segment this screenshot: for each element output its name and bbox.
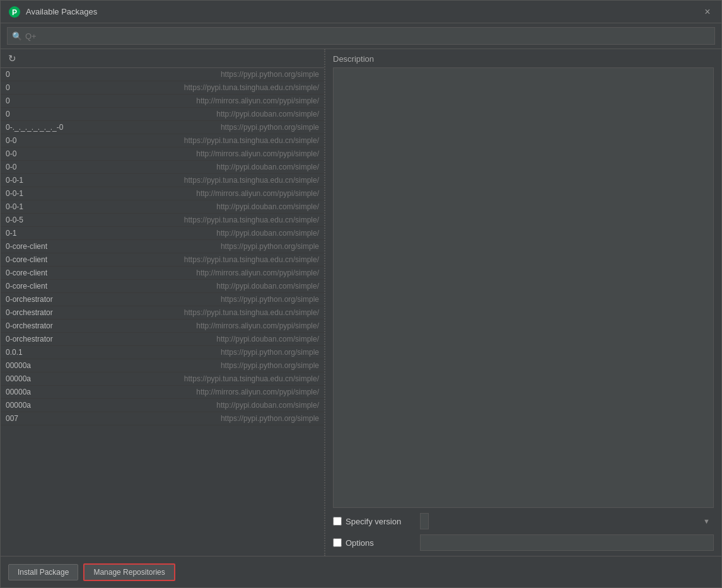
package-name: 0 [6, 96, 10, 105]
package-name: 0-1 [6, 229, 16, 238]
package-name: 00000a [6, 361, 31, 370]
package-url: https://pypi.tuna.tsinghua.edu.cn/simple… [184, 176, 319, 185]
table-row[interactable]: 0-core-client https://pypi.python.org/si… [1, 240, 324, 253]
right-panel: Description Specify version ▼ Options [325, 49, 721, 556]
table-row[interactable]: 0 https://pypi.python.org/simple [1, 68, 324, 81]
table-row[interactable]: 0-0-1 http://pypi.douban.com/simple/ [1, 200, 324, 214]
title-bar-left: P Available Packages [8, 6, 97, 18]
package-url: http://pypi.douban.com/simple/ [216, 282, 319, 291]
options-wrap: Options [333, 538, 415, 548]
table-row[interactable]: 0 http://pypi.douban.com/simple/ [1, 108, 324, 121]
package-name: 0-orchestrator [6, 321, 53, 330]
package-name: 0-0-1 [6, 176, 23, 185]
package-url: http://mirrors.aliyun.com/pypi/simple/ [196, 149, 319, 158]
description-content [333, 67, 714, 508]
package-name: 0-0-5 [6, 216, 23, 224]
refresh-button[interactable]: ↻ [6, 52, 19, 66]
package-url: https://pypi.python.org/simple [221, 414, 319, 423]
package-list[interactable]: 0 https://pypi.python.org/simple 0 https… [1, 68, 324, 556]
package-name: 0 [6, 83, 10, 92]
title-bar: P Available Packages × [1, 1, 721, 23]
package-url: https://pypi.tuna.tsinghua.edu.cn/simple… [184, 255, 319, 264]
options-input[interactable] [420, 534, 714, 551]
table-row[interactable]: 0.0.1 https://pypi.python.org/simple [1, 346, 324, 359]
package-url: https://pypi.python.org/simple [221, 348, 319, 357]
package-url: https://pypi.tuna.tsinghua.edu.cn/simple… [184, 374, 319, 383]
package-name: 0.0.1 [6, 348, 23, 357]
available-packages-dialog: P Available Packages × 🔍 ↻ 0 https://pyp… [0, 0, 722, 588]
package-name: 00000a [6, 401, 31, 410]
manage-repositories-button[interactable]: Manage Repositories [83, 563, 175, 581]
table-row[interactable]: 0-0 http://pypi.douban.com/simple/ [1, 161, 324, 174]
specify-version-checkbox[interactable] [333, 517, 342, 526]
version-dropdown[interactable] [420, 513, 429, 529]
toolbar: ↻ [1, 49, 324, 68]
package-url: http://pypi.douban.com/simple/ [216, 202, 319, 211]
package-url: https://pypi.python.org/simple [221, 70, 319, 79]
table-row[interactable]: 0-core-client http://mirrors.aliyun.com/… [1, 267, 324, 280]
table-row[interactable]: 0-0 http://mirrors.aliyun.com/pypi/simpl… [1, 147, 324, 161]
package-name: 0-0-1 [6, 202, 23, 211]
app-icon: P [8, 6, 21, 18]
package-url: https://pypi.python.org/simple [221, 123, 319, 132]
package-name: 0-core-client [6, 282, 47, 291]
package-url: https://pypi.python.org/simple [221, 361, 319, 370]
table-row[interactable]: 00000a http://pypi.douban.com/simple/ [1, 399, 324, 412]
main-content: ↻ 0 https://pypi.python.org/simple 0 htt… [1, 49, 721, 556]
table-row[interactable]: 007 https://pypi.python.org/simple [1, 412, 324, 425]
table-row[interactable]: 0-orchestrator http://mirrors.aliyun.com… [1, 320, 324, 333]
table-row[interactable]: 0-0-1 https://pypi.tuna.tsinghua.edu.cn/… [1, 174, 324, 187]
table-row[interactable]: 0 http://mirrors.aliyun.com/pypi/simple/ [1, 95, 324, 108]
svg-text:P: P [12, 8, 17, 17]
table-row[interactable]: 0-1 http://pypi.douban.com/simple/ [1, 227, 324, 240]
table-row[interactable]: 00000a http://mirrors.aliyun.com/pypi/si… [1, 386, 324, 399]
package-url: http://pypi.douban.com/simple/ [216, 163, 319, 171]
package-url: https://pypi.tuna.tsinghua.edu.cn/simple… [184, 83, 319, 92]
package-url: http://pypi.douban.com/simple/ [216, 229, 319, 238]
table-row[interactable]: 0-0-1 http://mirrors.aliyun.com/pypi/sim… [1, 187, 324, 200]
description-label: Description [333, 54, 714, 64]
search-input[interactable] [7, 27, 715, 45]
package-name: 0-0 [6, 149, 16, 158]
options-label: Options [346, 538, 374, 548]
package-name: 0-orchestrator [6, 308, 53, 317]
options-row: Options [333, 534, 714, 551]
table-row[interactable]: 0-orchestrator https://pypi.tuna.tsinghu… [1, 306, 324, 320]
package-name: 0-._._._._._._._-0 [6, 123, 63, 132]
package-url: https://pypi.tuna.tsinghua.edu.cn/simple… [184, 216, 319, 224]
table-row[interactable]: 0-core-client https://pypi.tuna.tsinghua… [1, 253, 324, 267]
package-name: 0 [6, 110, 10, 118]
table-row[interactable]: 0-orchestrator http://pypi.douban.com/si… [1, 333, 324, 346]
package-name: 007 [6, 414, 18, 423]
dropdown-arrow-icon: ▼ [703, 517, 710, 525]
footer: Install Package Manage Repositories [1, 556, 721, 587]
table-row[interactable]: 0 https://pypi.tuna.tsinghua.edu.cn/simp… [1, 81, 324, 95]
table-row[interactable]: 0-0 https://pypi.tuna.tsinghua.edu.cn/si… [1, 134, 324, 147]
package-name: 0-core-client [6, 268, 47, 277]
specify-version-wrap: Specify version [333, 517, 415, 526]
search-bar: 🔍 [1, 23, 721, 49]
package-url: http://mirrors.aliyun.com/pypi/simple/ [196, 268, 319, 277]
table-row[interactable]: 00000a https://pypi.python.org/simple [1, 359, 324, 372]
options-checkbox[interactable] [333, 538, 342, 547]
version-dropdown-wrap: ▼ [420, 513, 714, 529]
table-row[interactable]: 00000a https://pypi.tuna.tsinghua.edu.cn… [1, 372, 324, 386]
specify-version-label: Specify version [346, 517, 401, 526]
package-name: 0 [6, 70, 10, 79]
install-package-button[interactable]: Install Package [8, 564, 78, 580]
package-name: 0-core-client [6, 242, 47, 251]
package-name: 0-core-client [6, 255, 47, 264]
table-row[interactable]: 0-._._._._._._._-0 https://pypi.python.o… [1, 121, 324, 134]
close-button[interactable]: × [701, 6, 714, 18]
table-row[interactable]: 0-orchestrator https://pypi.python.org/s… [1, 293, 324, 306]
table-row[interactable]: 0-0-5 https://pypi.tuna.tsinghua.edu.cn/… [1, 214, 324, 227]
package-name: 00000a [6, 388, 31, 396]
package-name: 0-0 [6, 136, 16, 145]
package-url: https://pypi.python.org/simple [221, 295, 319, 304]
package-name: 0-orchestrator [6, 335, 53, 343]
package-name: 0-0-1 [6, 189, 23, 198]
left-panel: ↻ 0 https://pypi.python.org/simple 0 htt… [1, 49, 325, 556]
dialog-title: Available Packages [26, 7, 97, 16]
search-wrapper: 🔍 [7, 27, 715, 45]
table-row[interactable]: 0-core-client http://pypi.douban.com/sim… [1, 280, 324, 293]
